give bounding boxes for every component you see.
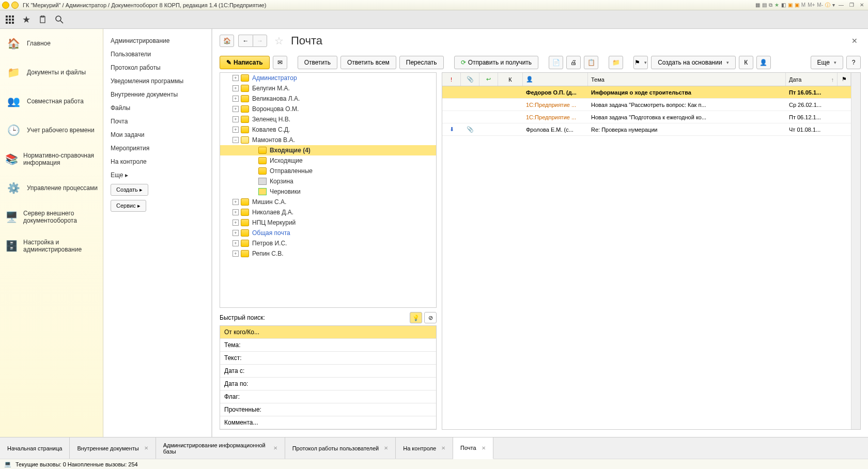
tree-item[interactable]: +Ковалев С.Д. [220,124,436,135]
bottom-tab[interactable]: Начальная страница [0,437,70,459]
tb-icon-star[interactable]: ★ [774,2,779,8]
submenu-item[interactable]: Внутренние документы [103,88,211,101]
message-row[interactable]: 1С:Предприятие ...Новая задача "Подготов… [442,111,851,123]
tree-toggle-icon[interactable]: + [233,85,239,91]
tb-icon-4[interactable]: 📁 [609,56,623,69]
tree-item[interactable]: +Мишин С.А. [220,197,436,207]
tb-icon-3[interactable]: ⧉ [769,2,772,8]
tb-mminus[interactable]: M- [817,2,823,8]
submenu-item[interactable]: Файлы [103,101,211,115]
col-attach-icon[interactable]: 📎 [461,73,479,86]
qs-clear-button[interactable]: ⊘ [424,312,437,323]
tree-item[interactable]: +Белугин М.А. [220,83,436,93]
submenu-more[interactable]: Еще ▸ [103,168,211,182]
create-button[interactable]: Создать ▸ [111,184,148,196]
tree-toggle-icon[interactable]: + [233,220,239,226]
bottom-tab[interactable]: На контроле✕ [396,437,453,459]
nav-documents[interactable]: 📁Документы и файлы [0,58,103,87]
col-date[interactable]: Дата↑ [786,73,838,86]
tb-icon-print[interactable]: 🖨 [566,56,581,69]
submenu-item[interactable]: Уведомления программы [103,74,211,88]
tree-toggle-icon[interactable]: + [233,230,239,236]
tb-icon-1[interactable]: ▦ [755,2,760,8]
tb-icon-6[interactable]: ▣ [795,2,799,8]
nav-ref[interactable]: 📚Нормативно-справочная информация [0,145,103,174]
tab-close-icon[interactable]: ✕ [144,445,148,451]
home-button[interactable]: 🏠 [220,35,234,47]
nav-process[interactable]: ⚙️Управление процессами [0,174,103,202]
tb-icon-4[interactable]: ◧ [781,2,786,8]
scrollbar[interactable] [851,73,860,429]
clipboard-icon[interactable] [38,15,48,24]
help-icon[interactable]: ⓘ [825,2,830,9]
minimize-button[interactable]: — [837,2,845,8]
nav-collab[interactable]: 👥Совместная работа [0,87,103,116]
qs-row[interactable]: Коммента... [220,416,436,429]
qs-row[interactable]: Дата с: [220,365,436,378]
write-button[interactable]: ✎Написать [220,56,270,69]
bottom-tab[interactable]: Почта✕ [453,437,493,459]
qs-row[interactable]: Тема: [220,339,436,352]
tree-toggle-icon[interactable]: + [233,209,239,215]
col-from-icon[interactable]: 👤 [523,73,588,86]
qs-row[interactable]: От кого/Ко... [220,326,436,339]
col-reply-icon[interactable]: ↩ [479,73,498,86]
tree-toggle-icon[interactable]: + [233,251,239,257]
tree-item[interactable]: Отправленные [220,166,436,176]
col-subject[interactable]: Тема [588,73,786,86]
new-mail-button[interactable]: ✉ [273,56,287,69]
flag-dropdown[interactable]: ⚑ [633,56,648,69]
tree-toggle-icon[interactable]: + [233,106,239,112]
apps-icon[interactable] [5,15,14,24]
close-page-button[interactable]: ✕ [848,37,861,45]
tab-close-icon[interactable]: ✕ [273,445,277,451]
tree-item[interactable]: Корзина [220,176,436,186]
tree-item[interactable]: −Мамонтов В.А. [220,135,436,145]
tree-toggle-icon[interactable]: + [233,199,239,205]
bottom-tab[interactable]: Внутренние документы✕ [70,437,156,459]
help-button[interactable]: ? [846,56,861,69]
tree-item[interactable]: +Николаев Д.А. [220,207,436,217]
fwd-button[interactable]: → [253,35,267,47]
tree-item[interactable]: +Воронцова О.М. [220,104,436,114]
tab-close-icon[interactable]: ✕ [384,445,388,451]
tb-mplus[interactable]: M+ [808,2,815,8]
back-button[interactable]: ← [238,35,253,47]
close-button[interactable]: ✕ [858,2,866,8]
tree-item[interactable]: Исходящие [220,155,436,166]
tree-item[interactable]: +Общая почта [220,228,436,238]
tree-toggle-icon[interactable]: + [233,75,239,81]
tree-item[interactable]: +НПЦ Меркурий [220,217,436,228]
tree-item[interactable]: Черновики [220,186,436,197]
tb-icon-3[interactable]: 📋 [584,56,598,69]
bottom-tab[interactable]: Протокол работы пользователей✕ [285,437,396,459]
favorite-star-icon[interactable]: ☆ [274,35,284,47]
qs-row[interactable]: Текст: [220,352,436,365]
reply-all-button[interactable]: Ответить всем [340,56,396,69]
message-row[interactable]: Федоров О.П. (д...Информация о ходе стро… [442,86,851,99]
qs-row[interactable]: Дата по: [220,378,436,390]
tree-item[interactable]: +Петров И.С. [220,238,436,248]
col-priority-icon[interactable]: ! [442,73,461,86]
tab-close-icon[interactable]: ✕ [441,445,445,451]
service-button[interactable]: Сервис ▸ [111,200,146,212]
message-row[interactable]: ⬇📎Фролова Е.М. (с...Re: Проверка нумерац… [442,123,851,136]
tree-item[interactable]: +Великанова Л.А. [220,93,436,104]
more-button[interactable]: Еще [811,56,843,69]
nav-main[interactable]: 🏠Главное [0,29,103,58]
k-button[interactable]: К [739,56,753,69]
forward-button[interactable]: Переслать [399,56,444,69]
tb-icon-5[interactable]: 👤 [756,56,771,69]
tree-item[interactable]: +Репин С.В. [220,248,436,259]
submenu-item[interactable]: На контроле [103,155,211,168]
tb-icon-5[interactable]: ▣ [788,2,793,8]
qs-row[interactable]: Флаг: [220,390,436,403]
nav-admin[interactable]: 🗄️Настройка и администрирование [0,231,103,260]
tb-icon-1[interactable]: 📄 [549,56,563,69]
col-flag-icon[interactable]: ⚑ [838,73,851,86]
tree-toggle-icon[interactable]: − [233,137,239,143]
tree-toggle-icon[interactable]: + [233,240,239,246]
submenu-item[interactable]: Протокол работы [103,61,211,74]
star-icon[interactable]: ★ [22,15,31,24]
qs-bulb-button[interactable]: 💡 [410,312,422,323]
